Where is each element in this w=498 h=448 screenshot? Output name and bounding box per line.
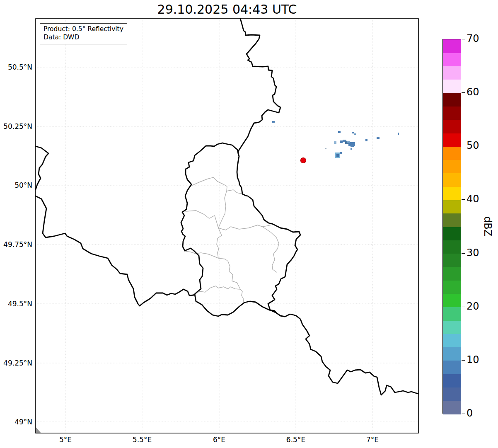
colorbar-tick-mark bbox=[462, 146, 465, 146]
y-tick-label: 50°N bbox=[0, 181, 32, 189]
colorbar bbox=[442, 39, 461, 414]
colorbar-segment bbox=[443, 146, 461, 160]
y-tick-label: 49.75°N bbox=[0, 240, 32, 249]
radar-echo-pixel bbox=[351, 145, 354, 147]
colorbar-segment bbox=[443, 320, 461, 334]
radar-echo-pixel bbox=[272, 121, 275, 123]
colorbar-segment bbox=[443, 200, 461, 213]
y-tick-label: 49°N bbox=[0, 418, 32, 426]
colorbar-segment bbox=[443, 80, 461, 93]
radar-echo-pixel bbox=[347, 141, 350, 143]
region-border bbox=[191, 177, 246, 196]
radar-echo-pixel bbox=[365, 139, 367, 141]
colorbar-tick-mark bbox=[462, 199, 465, 200]
region-border bbox=[186, 211, 218, 228]
country-border bbox=[36, 146, 48, 189]
radar-echo-pixel bbox=[334, 141, 336, 144]
colorbar-segment bbox=[443, 334, 461, 347]
x-tick-label: 5°E bbox=[59, 436, 72, 444]
region-border bbox=[218, 191, 227, 228]
radar-echo-pixel bbox=[338, 131, 341, 133]
country-border bbox=[36, 196, 195, 306]
colorbar-segment bbox=[443, 186, 461, 200]
colorbar-tick-mark bbox=[462, 253, 465, 254]
radar-echo-pixel bbox=[398, 133, 399, 135]
colorbar-tick-label: 0 bbox=[467, 407, 473, 419]
colorbar-tick-mark bbox=[462, 414, 465, 414]
colorbar-segment bbox=[443, 307, 461, 321]
colorbar-segment bbox=[443, 39, 461, 53]
map-canvas bbox=[0, 0, 498, 448]
radar-echo-pixel bbox=[340, 152, 342, 154]
radar-echo-pixel bbox=[340, 140, 343, 143]
region-border bbox=[218, 225, 272, 230]
colorbar-segment bbox=[443, 280, 461, 294]
colorbar-segment bbox=[443, 401, 461, 414]
colorbar-tick-label: 20 bbox=[467, 300, 479, 312]
colorbar-segment bbox=[443, 213, 461, 227]
country-border bbox=[238, 19, 280, 153]
colorbar-segment bbox=[443, 53, 461, 66]
y-tick-label: 49.25°N bbox=[0, 359, 32, 367]
colorbar-segment bbox=[443, 133, 461, 147]
country-border bbox=[181, 143, 300, 316]
colorbar-tick-label: 10 bbox=[467, 354, 479, 366]
colorbar-tick-label: 60 bbox=[467, 86, 479, 98]
colorbar-segment bbox=[443, 267, 461, 281]
colorbar-segment bbox=[443, 93, 461, 107]
radar-echo-pixel bbox=[352, 132, 354, 133]
y-tick-label: 49.5°N bbox=[0, 300, 32, 308]
colorbar-tick-mark bbox=[462, 307, 465, 307]
colorbar-segment bbox=[443, 240, 461, 254]
x-tick-label: 7°E bbox=[366, 436, 379, 444]
colorbar-tick-mark bbox=[462, 92, 465, 93]
radar-figure: 29.10.2025 04:43 UTC Product: 0.5° Refle… bbox=[0, 0, 498, 448]
colorbar-unit-label: dBZ bbox=[482, 216, 493, 236]
radar-echo-pixel bbox=[336, 154, 339, 157]
region-border bbox=[217, 228, 244, 303]
country-border bbox=[276, 313, 418, 395]
colorbar-tick-label: 50 bbox=[467, 140, 479, 151]
product-info-box: Product: 0.5° Reflectivity Data: DWD bbox=[40, 23, 127, 44]
region-border bbox=[262, 227, 279, 272]
colorbar-segment bbox=[443, 160, 461, 174]
colorbar-segment bbox=[443, 387, 461, 401]
colorbar-segment bbox=[443, 120, 461, 133]
colorbar-tick-label: 30 bbox=[467, 247, 479, 258]
product-line: Product: 0.5° Reflectivity bbox=[44, 25, 123, 33]
colorbar-segment bbox=[443, 361, 461, 374]
colorbar-tick-label: 40 bbox=[467, 193, 479, 205]
radar-echo-pixel bbox=[325, 148, 326, 149]
colorbar-tick-mark bbox=[462, 360, 465, 361]
radar-echo-pixel bbox=[377, 137, 380, 139]
colorbar-segment bbox=[443, 374, 461, 387]
colorbar-segment bbox=[443, 293, 461, 307]
radar-echo-pixel bbox=[351, 148, 352, 150]
x-tick-label: 6.5°E bbox=[286, 436, 305, 444]
colorbar-tick-mark bbox=[462, 39, 465, 39]
plot-frame bbox=[36, 19, 418, 433]
colorbar-segment bbox=[443, 173, 461, 187]
region-border bbox=[185, 251, 218, 258]
radar-site-marker bbox=[301, 158, 306, 163]
colorbar-segment bbox=[443, 106, 461, 120]
data-source-line: Data: DWD bbox=[44, 33, 123, 41]
y-tick-label: 50.5°N bbox=[0, 63, 32, 71]
x-tick-label: 6°E bbox=[213, 436, 225, 444]
colorbar-tick-label: 70 bbox=[467, 33, 479, 44]
colorbar-segment bbox=[443, 347, 461, 361]
region-border bbox=[195, 286, 240, 293]
radar-echo-pixel bbox=[354, 133, 356, 135]
corner-border-patch bbox=[36, 427, 41, 433]
colorbar-segment bbox=[443, 227, 461, 240]
colorbar-segment bbox=[443, 254, 461, 267]
y-tick-label: 50.25°N bbox=[0, 122, 32, 131]
x-tick-label: 5.5°E bbox=[133, 436, 152, 444]
colorbar-segment bbox=[443, 66, 461, 80]
